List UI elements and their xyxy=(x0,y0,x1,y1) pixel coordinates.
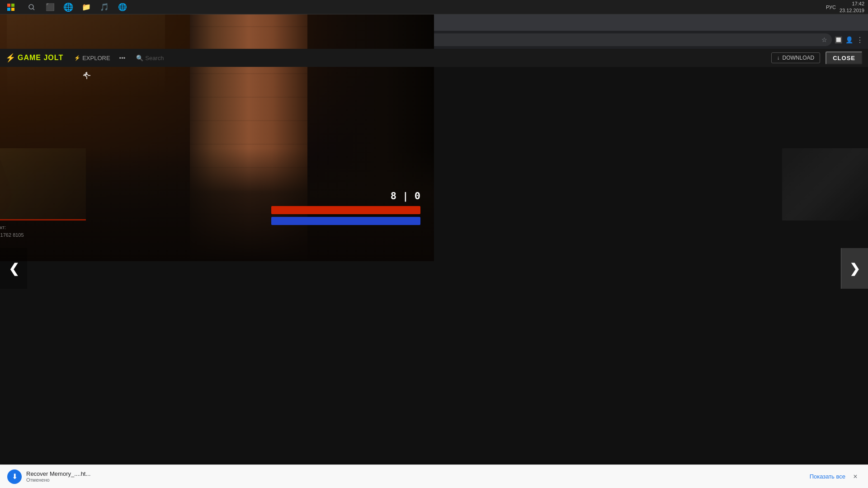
task-view-btn[interactable]: ⬛ xyxy=(42,0,59,14)
svg-rect-1 xyxy=(11,4,14,7)
health-bar xyxy=(271,206,420,214)
taskbar-right: РУС 17:42 23.12.2019 xyxy=(826,0,868,14)
gamejolt-header-right: ↓ DOWNLOAD CLOSE xyxy=(771,52,863,65)
explore-icon: ⚡ xyxy=(74,55,80,61)
game-screenshot: 8 | 0 Поддержать проект: Карта: 4090 494… xyxy=(0,0,434,261)
svg-rect-0 xyxy=(7,4,10,7)
taskbar-language: РУС xyxy=(826,5,836,10)
nav-more[interactable]: ••• xyxy=(116,53,129,63)
gamejolt-lightning-icon: ⚡ xyxy=(5,53,16,63)
nav-explore-label: EXPLORE xyxy=(82,55,110,61)
media-icon[interactable]: 🎵 xyxy=(96,0,113,14)
download-label: DOWNLOAD xyxy=(783,55,815,61)
account-icon[interactable]: 👤 xyxy=(844,35,854,44)
extensions-icon[interactable]: 🔲 xyxy=(834,35,843,44)
prev-arrow-button[interactable]: ❮ xyxy=(0,248,27,289)
menu-icon[interactable]: ⋮ xyxy=(855,35,864,44)
taskbar-apps: ⬛ 🌐 📁 🎵 🌐 xyxy=(42,0,131,14)
download-bar: ⬇ Recover Memory_....ht... Отменено Пока… xyxy=(0,465,868,488)
gamejolt-logo-text: GAME JOLT xyxy=(18,54,63,62)
support-text: Поддержать проект: Карта: 4090 4943 1762… xyxy=(0,224,24,239)
edge-icon[interactable]: 🌐 xyxy=(60,0,77,14)
crosshair xyxy=(81,70,90,79)
taskbar-search[interactable] xyxy=(22,0,42,14)
start-button[interactable] xyxy=(0,0,22,14)
nav-explore[interactable]: ⚡ EXPLORE xyxy=(71,53,113,63)
support-line1: Поддержать проект: xyxy=(0,224,24,231)
hud-score: 8 | 0 xyxy=(271,190,420,202)
chrome-icon[interactable]: 🌐 xyxy=(114,0,131,14)
download-button[interactable]: ↓ DOWNLOAD xyxy=(771,52,821,63)
explorer-icon[interactable]: 📁 xyxy=(78,0,95,14)
search-icon: 🔍 xyxy=(136,55,143,61)
download-filename: Recover Memory_....ht... xyxy=(26,470,413,477)
next-arrow-button[interactable]: ❯ xyxy=(841,248,868,289)
gamejolt-search[interactable]: 🔍 Search xyxy=(136,55,164,61)
address-icons: ☆ xyxy=(821,36,827,43)
screenshot-viewer: 8 | 0 Поддержать проект: Карта: 4090 494… xyxy=(0,67,868,470)
download-bar-close-button[interactable]: × xyxy=(850,471,861,482)
download-icon: ↓ xyxy=(777,55,780,61)
support-line2: Карта: 4090 4943 1762 8105 xyxy=(0,231,24,239)
show-all-button[interactable]: Показать все xyxy=(810,473,845,480)
close-button[interactable]: CLOSE xyxy=(826,52,863,65)
svg-rect-3 xyxy=(11,8,14,11)
svg-line-5 xyxy=(33,8,35,10)
next-arrow-icon: ❯ xyxy=(849,261,860,276)
next-thumbnail[interactable] xyxy=(782,148,868,221)
download-file-icon: ⬇ xyxy=(7,469,22,484)
taskbar: ⬛ 🌐 📁 🎵 🌐 РУС 17:42 23.12.2019 xyxy=(0,0,868,14)
gamejolt-header: ⚡ GAME JOLT ⚡ EXPLORE ••• 🔍 Search ↓ DOW… xyxy=(0,49,868,67)
svg-rect-2 xyxy=(7,8,10,11)
gamejolt-logo[interactable]: ⚡ GAME JOLT xyxy=(5,53,63,63)
hud: 8 | 0 xyxy=(271,190,420,225)
bookmark-icon[interactable]: ☆ xyxy=(821,36,827,43)
download-info: Recover Memory_....ht... Отменено xyxy=(26,470,413,483)
download-status: Отменено xyxy=(26,477,413,483)
search-placeholder: Search xyxy=(145,55,164,61)
taskbar-time: 17:42 23.12.2019 xyxy=(840,0,864,14)
armor-bar xyxy=(271,217,420,225)
prev-arrow-icon: ❮ xyxy=(9,261,19,276)
prev-thumbnail[interactable] xyxy=(0,148,86,221)
gamejolt-nav: ⚡ EXPLORE ••• xyxy=(71,53,129,63)
